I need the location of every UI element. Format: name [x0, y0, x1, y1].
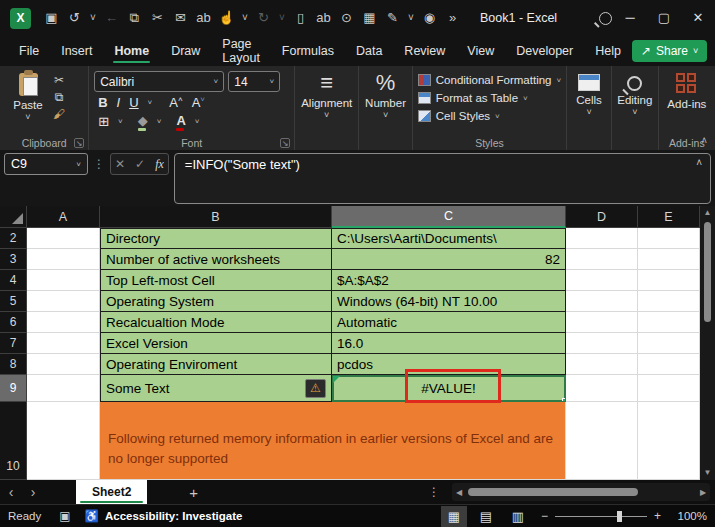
cell-c5[interactable]: Windows (64-bit) NT 10.00: [332, 291, 566, 312]
cell-c6[interactable]: Automatic: [332, 312, 566, 333]
normal-view-button[interactable]: ▦: [441, 506, 467, 527]
cell-a7[interactable]: [27, 333, 100, 354]
scroll-left-icon[interactable]: ◀: [452, 488, 466, 497]
zoom-slider-thumb[interactable]: [617, 511, 622, 522]
cells-group[interactable]: Cells ˅: [567, 66, 612, 150]
cell-e7[interactable]: [638, 333, 700, 354]
save-icon[interactable]: ▣: [40, 0, 63, 36]
conditional-formatting-button[interactable]: Conditional Formatting ˅: [418, 74, 561, 86]
share-button[interactable]: ↗ Share ˅: [632, 40, 707, 62]
search-icon[interactable]: [599, 12, 612, 25]
cell-a9[interactable]: [27, 375, 100, 402]
fill-color-button[interactable]: ◆: [138, 113, 148, 130]
scroll-right-icon[interactable]: ▶: [696, 488, 710, 497]
cell-c7[interactable]: 16.0: [332, 333, 566, 354]
vertical-scrollbar[interactable]: ▲ ▼: [700, 206, 715, 480]
cell-d9[interactable]: [566, 375, 638, 402]
shrink-font-button[interactable]: A˅: [192, 95, 205, 110]
previous-sheet-icon[interactable]: ‹: [0, 484, 22, 500]
row-header-10[interactable]: 10: [0, 402, 27, 480]
cell-a2[interactable]: [27, 228, 100, 249]
font-dialog-launcher[interactable]: ↘: [280, 138, 290, 148]
row-header-8[interactable]: 8: [0, 354, 27, 375]
formula-input[interactable]: =INFO("Some text") ˄: [174, 153, 711, 204]
undo-chevron-icon[interactable]: ˅: [86, 0, 100, 36]
font-color-chevron-icon[interactable]: ˅: [195, 117, 200, 126]
cell-e8[interactable]: [638, 354, 700, 375]
select-all-corner[interactable]: [0, 206, 27, 228]
add-sheet-button[interactable]: +: [189, 484, 198, 501]
cell-c3[interactable]: 82: [332, 249, 566, 270]
column-header-d[interactable]: D: [566, 206, 638, 228]
cancel-entry-button[interactable]: ✕: [115, 157, 125, 171]
cell-d4[interactable]: [566, 270, 638, 291]
tab-formulas[interactable]: Formulas: [271, 36, 345, 66]
cut-icon[interactable]: ✂: [146, 0, 169, 36]
note-cell-b10[interactable]: Following returned memory information in…: [100, 402, 566, 480]
tab-file[interactable]: File: [8, 36, 50, 66]
horizontal-scrollbar[interactable]: ◀ ▶: [452, 483, 710, 501]
bold-button[interactable]: B: [98, 95, 107, 110]
horizontal-scrollbar-thumb[interactable]: [468, 488, 638, 496]
tab-view[interactable]: View: [456, 36, 505, 66]
cell-c9-selected[interactable]: #VALUE!: [332, 375, 566, 402]
macro-record-icon[interactable]: ▣: [59, 509, 70, 523]
cell-d2[interactable]: [566, 228, 638, 249]
zoom-level[interactable]: 100%: [671, 510, 707, 522]
cell-b7[interactable]: Excel Version: [100, 333, 332, 354]
document-inspector-icon[interactable]: ▦: [358, 0, 381, 36]
editing-group[interactable]: Editing ˅: [612, 66, 659, 150]
ink-icon[interactable]: ✎: [381, 0, 404, 36]
excel-logo-icon[interactable]: X: [10, 8, 31, 29]
cell-d5[interactable]: [566, 291, 638, 312]
column-header-a[interactable]: A: [27, 206, 100, 228]
cell-b4[interactable]: Top Left-most Cell: [100, 270, 332, 291]
undo-icon[interactable]: ↺: [63, 0, 86, 36]
cell-b8[interactable]: Operating Enviroment: [100, 354, 332, 375]
font-color-button[interactable]: A: [176, 113, 185, 130]
copy-icon[interactable]: ⧉: [123, 0, 146, 36]
cell-e3[interactable]: [638, 249, 700, 270]
row-header-5[interactable]: 5: [0, 291, 27, 312]
cell-d3[interactable]: [566, 249, 638, 270]
mail-icon[interactable]: ✉: [169, 0, 192, 36]
cell-a8[interactable]: [27, 354, 100, 375]
format-as-table-button[interactable]: Format as Table ˅: [418, 92, 561, 104]
cell-b9[interactable]: Some Text ⚠: [100, 375, 332, 402]
touch-mode-icon[interactable]: ☝: [215, 0, 238, 36]
cell-e2[interactable]: [638, 228, 700, 249]
tab-data[interactable]: Data: [345, 36, 393, 66]
tab-help[interactable]: Help: [584, 36, 632, 66]
cell-d10[interactable]: [566, 402, 638, 480]
cell-e10[interactable]: [638, 402, 700, 480]
fill-handle[interactable]: [562, 398, 566, 402]
cell-d6[interactable]: [566, 312, 638, 333]
ink-chevron-icon[interactable]: ˅: [404, 0, 418, 36]
zoom-out-icon[interactable]: −: [541, 509, 548, 523]
vertical-scrollbar-thumb[interactable]: [704, 222, 711, 322]
cell-a10[interactable]: [27, 402, 100, 480]
number-group[interactable]: % Number ˅: [359, 66, 412, 150]
cell-a6[interactable]: [27, 312, 100, 333]
column-header-b[interactable]: B: [100, 206, 332, 228]
cell-b3[interactable]: Number of active worksheets: [100, 249, 332, 270]
minimize-button[interactable]: ─: [613, 0, 647, 36]
maximize-button[interactable]: ▢: [647, 0, 681, 36]
next-sheet-icon[interactable]: ›: [22, 484, 44, 500]
clipboard-dialog-launcher[interactable]: ↘: [74, 138, 84, 148]
qat-overflow-icon[interactable]: »: [441, 0, 464, 36]
row-header-6[interactable]: 6: [0, 312, 27, 333]
cell-e4[interactable]: [638, 270, 700, 291]
cell-b2[interactable]: Directory: [100, 228, 332, 249]
tab-developer[interactable]: Developer: [505, 36, 584, 66]
cell-styles-button[interactable]: Cell Styles ˅: [418, 110, 561, 122]
touch-mode-chevron-icon[interactable]: ˅: [238, 0, 252, 36]
font-size-combo[interactable]: 14 ˅: [228, 71, 280, 92]
cell-a5[interactable]: [27, 291, 100, 312]
cell-a4[interactable]: [27, 270, 100, 291]
alignment-group[interactable]: ≡ Alignment ˅: [295, 66, 359, 150]
accessibility-status[interactable]: ♿ Accessibility: Investigate: [85, 509, 243, 523]
cell-e6[interactable]: [638, 312, 700, 333]
new-file-icon[interactable]: ▯: [289, 0, 312, 36]
cell-b6[interactable]: Recalcualtion Mode: [100, 312, 332, 333]
